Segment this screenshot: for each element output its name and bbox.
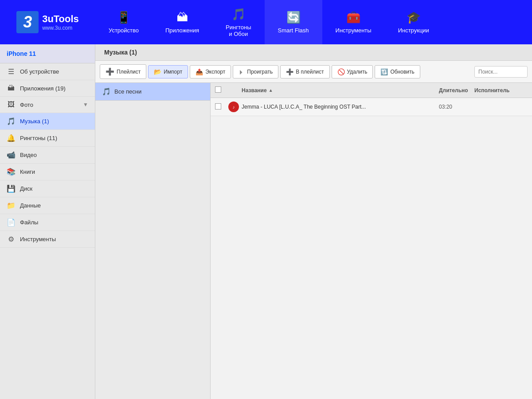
ringtones-icon: 🎵 [231,8,246,21]
nav-item-apps[interactable]: 🏔 Приложения [152,0,212,44]
play-button[interactable]: ⏵ Проиграть [233,65,278,78]
nav-item-device[interactable]: 📱 Устройство [95,0,152,44]
smartflash-icon: 🔄 [286,11,301,24]
sidebar-item-data[interactable]: 📁 Данные [0,197,95,214]
all-songs-label: Все песни [114,88,141,95]
section-title: Музыка (1) [104,49,137,56]
sidebar-item-ringtones[interactable]: 🔔 Рингтоны (11) [0,130,95,147]
tools-nav-icon: 🧰 [346,11,360,24]
import-label: Импорт [164,69,182,75]
col-artist-label: Исполнитель [474,87,509,94]
import-icon: 📂 [154,68,161,75]
device-name: iPhone 11 [7,50,36,57]
music-sidebar-icon: 🎵 [7,117,16,125]
sidebar-item-photo[interactable]: 🖼 Фото ▼ [0,97,95,113]
header-check [215,86,228,94]
sidebar-item-video[interactable]: 📹 Видео [0,147,95,164]
export-label: Экспорт [205,69,225,75]
track-list-header: Название ▲ Длительно Исполнитель [211,83,532,98]
sidebar-item-about[interactable]: ☰ Об устройстве [0,63,95,80]
header-name: Название ▲ [242,87,439,94]
playlist2-label: В плейлист [296,69,324,75]
photo-icon: 🖼 [7,101,16,109]
track-list: Название ▲ Длительно Исполнитель [211,83,532,399]
add-playlist-button[interactable]: ➕ Плейлист [100,64,146,79]
nav-instructions-label: Инструкции [398,27,429,34]
sidebar-books-label: Книги [20,168,35,175]
files-icon: 📄 [7,218,16,227]
ringtones-sidebar-icon: 🔔 [7,134,16,142]
track-row[interactable]: ♪ Jemma - LUCA [L.U.C.A_ The Beginning O… [211,98,532,116]
sidebar-item-files[interactable]: 📄 Файлы [0,214,95,231]
track-checkbox-cell [215,103,228,111]
playlist-item-all-songs[interactable]: 🎵 Все песни [95,83,210,101]
device-header: iPhone 11 [0,44,95,63]
delete-icon: 🚫 [337,68,345,75]
data-icon: 📁 [7,201,16,210]
track-thumb-cell: ♪ [228,102,242,112]
disk-icon: 💾 [7,184,16,193]
import-button[interactable]: 📂 Импорт [148,65,188,78]
all-songs-icon: 🎵 [102,87,111,96]
sidebar: iPhone 11 ☰ Об устройстве 🏔 Приложения (… [0,44,95,399]
export-icon: 📤 [196,68,203,75]
delete-label: Удалить [347,69,368,75]
sidebar-item-disk[interactable]: 💾 Диск [0,180,95,197]
nav-device-label: Устройство [109,27,139,34]
delete-button[interactable]: 🚫 Удалить [332,65,373,78]
nav-item-smartflash[interactable]: 🔄 Smart Flash [265,0,322,44]
main-content: iPhone 11 ☰ Об устройстве 🏔 Приложения (… [0,44,532,399]
nav-tools-label: Инструменты [336,27,372,34]
app-title: 3uTools [42,13,79,25]
sidebar-about-label: Об устройстве [20,68,59,75]
sidebar-video-label: Видео [20,152,37,158]
refresh-button[interactable]: 🔃 Обновить [375,65,420,78]
apps-icon: 🏔 [176,11,188,24]
sidebar-item-tools[interactable]: ⚙ Инструменты [0,231,95,248]
add-to-playlist-button[interactable]: ➕ В плейлист [280,65,329,78]
apps-sidebar-icon: 🏔 [7,84,16,92]
track-checkbox[interactable] [215,103,221,110]
add-to-playlist-icon: ➕ [286,68,293,75]
sidebar-item-apps[interactable]: 🏔 Приложения (19) [0,80,95,97]
col-duration-label: Длительно [439,87,468,94]
toolbar: ➕ Плейлист 📂 Импорт 📤 Экспорт ⏵ Проиграт… [95,61,532,83]
logo-text: 3uTools www.3u.com [42,13,79,31]
add-playlist-icon: ➕ [106,67,114,76]
sidebar-item-books[interactable]: 📚 Книги [0,164,95,180]
refresh-label: Обновить [390,69,414,75]
header-checkbox[interactable] [215,86,221,93]
top-navigation-bar: 3 3uTools www.3u.com 📱 Устройство 🏔 Прил… [0,0,532,44]
nav-item-instructions[interactable]: 🎓 Инструкции [385,0,442,44]
tools-sidebar-icon: ⚙ [7,235,16,243]
instructions-icon: 🎓 [407,11,421,24]
logo-area: 3 3uTools www.3u.com [0,0,95,44]
sidebar-data-label: Данные [20,202,41,209]
photo-expand-icon: ▼ [83,102,88,108]
track-duration-cell: 03:20 [439,104,474,110]
app-subtitle: www.3u.com [42,25,79,31]
nav-item-ringtones[interactable]: 🎵 Рингтоныи Обои [212,0,264,44]
sidebar-files-label: Файлы [20,219,38,226]
about-icon: ☰ [7,67,16,76]
export-button[interactable]: 📤 Экспорт [190,65,231,78]
playlist-panel: 🎵 Все песни [95,83,211,399]
nav-items: 📱 Устройство 🏔 Приложения 🎵 Рингтоныи Об… [95,0,532,44]
playlist-label: Плейлист [117,69,141,75]
header-duration: Длительно [439,87,474,94]
nav-smartflash-label: Smart Flash [278,27,309,34]
search-input[interactable] [474,66,528,78]
sidebar-ringtones-label: Рингтоны (11) [20,135,57,141]
nav-item-tools[interactable]: 🧰 Инструменты [322,0,385,44]
sidebar-item-music[interactable]: 🎵 Музыка (1) [0,113,95,130]
sidebar-disk-label: Диск [20,185,32,192]
content-split: 🎵 Все песни Название ▲ Дл [95,83,532,399]
track-name-cell: Jemma - LUCA [L.U.C.A_ The Beginning OST… [242,104,439,110]
right-content: Музыка (1) ➕ Плейлист 📂 Импорт 📤 Экспорт… [95,44,532,399]
sidebar-music-label: Музыка (1) [20,118,49,125]
play-label: Проиграть [247,69,273,75]
sort-arrow-icon: ▲ [269,88,273,93]
refresh-icon: 🔃 [380,68,388,75]
nav-apps-label: Приложения [165,27,199,34]
sidebar-photo-label: Фото [20,102,33,108]
